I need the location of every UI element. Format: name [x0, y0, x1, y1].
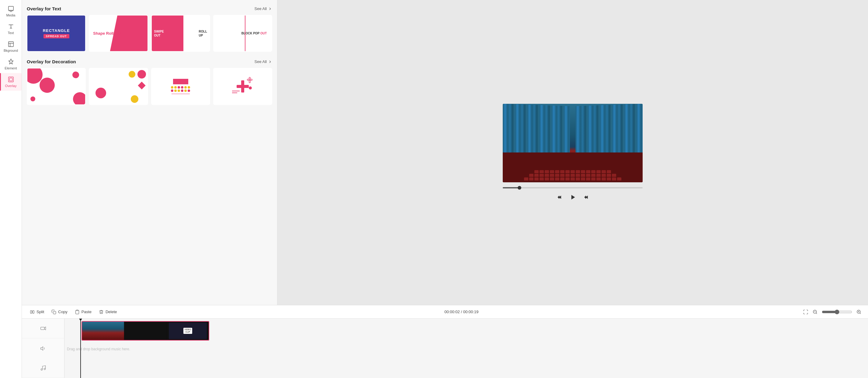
- copy-button[interactable]: Copy: [49, 308, 70, 316]
- seat: [539, 174, 544, 177]
- svg-rect-23: [40, 327, 44, 329]
- overlay-card-shape[interactable]: Shape Roll Out: [89, 15, 148, 52]
- zoom-in-button[interactable]: [855, 308, 863, 316]
- svg-rect-3: [9, 78, 12, 81]
- seat: [534, 170, 538, 173]
- card-rect-title: RECTANGLE: [43, 28, 70, 33]
- play-button[interactable]: [569, 193, 577, 201]
- media-icon: [8, 5, 14, 12]
- seat: [591, 174, 595, 177]
- text-icon: [8, 23, 14, 30]
- video-preview: [503, 104, 643, 183]
- zoom-in-icon: [857, 310, 861, 314]
- seat: [565, 174, 570, 177]
- seat: [565, 177, 570, 180]
- deco4-svg: [230, 76, 255, 97]
- sidebar-item-overlay[interactable]: Overlay: [0, 73, 22, 91]
- svg-rect-1: [8, 42, 13, 47]
- svg-rect-5: [237, 85, 249, 88]
- video-track[interactable]: VIDEOCLIP: [82, 321, 209, 341]
- deco2-diamond: [138, 82, 145, 89]
- delete-icon: [99, 310, 104, 314]
- fast-forward-button[interactable]: [583, 194, 589, 200]
- seat: [596, 170, 601, 173]
- overlay-icon: [8, 76, 14, 83]
- sidebar-item-element[interactable]: Element: [0, 55, 22, 73]
- rewind-button[interactable]: [557, 194, 563, 200]
- svg-point-10: [249, 86, 252, 89]
- fast-forward-icon: [583, 194, 589, 200]
- overlay-card-swipe[interactable]: SWIPEOUT ROLLUP: [151, 15, 210, 52]
- deco-circle-2: [39, 78, 55, 93]
- zoom-slider[interactable]: [822, 310, 852, 314]
- progress-bar[interactable]: [503, 187, 643, 188]
- deco-circle-5: [30, 96, 35, 101]
- overlay-text-header: Overlay for Text See All: [27, 6, 272, 11]
- seat: [570, 177, 575, 180]
- sidebar-item-media[interactable]: Media: [0, 2, 22, 20]
- seat: [555, 177, 559, 180]
- seat: [550, 177, 554, 180]
- main-area: Overlay for Text See All RECTANGLE SPREA…: [22, 0, 868, 378]
- seat: [607, 170, 611, 173]
- seat: [550, 174, 554, 177]
- split-label: Split: [36, 310, 44, 314]
- zoom-out-button[interactable]: [811, 308, 819, 316]
- seat: [601, 170, 606, 173]
- progress-knob[interactable]: [518, 186, 521, 190]
- copy-icon: [52, 310, 56, 314]
- overlay-deco-card-4[interactable]: [213, 68, 272, 105]
- sidebar-item-text[interactable]: Text: [0, 20, 22, 38]
- card-swipe-content: SWIPEOUT ROLLUP: [152, 16, 210, 51]
- fit-button[interactable]: [803, 309, 808, 315]
- card-block-content: BLOCK POP OUT: [214, 16, 272, 51]
- seat: [612, 177, 616, 180]
- deco3-line: [172, 94, 190, 94]
- seat: [550, 170, 554, 173]
- card-swipe-text2: ROLLUP: [199, 30, 207, 37]
- overlay-deco-card-2[interactable]: [89, 68, 148, 105]
- playhead: [80, 319, 81, 378]
- seats-area: [503, 152, 643, 182]
- deco-card-4-content: [214, 68, 272, 104]
- sidebar-item-label: Overlay: [5, 84, 17, 88]
- seat: [581, 170, 585, 173]
- seat: [617, 177, 621, 180]
- sidebar-item-bkground[interactable]: Bkground: [0, 38, 22, 55]
- zoom-controls: [803, 308, 863, 316]
- overlay-deco-card-3[interactable]: [151, 68, 210, 105]
- seat: [545, 174, 549, 177]
- overlay-deco-card-1[interactable]: [27, 68, 86, 105]
- seats-row-2: [503, 174, 643, 177]
- paste-icon: [75, 310, 80, 314]
- seat: [581, 177, 585, 180]
- see-all-deco-button[interactable]: See All: [254, 59, 272, 64]
- paste-button[interactable]: Paste: [72, 308, 95, 316]
- time-sep: /: [461, 310, 463, 314]
- seat: [596, 177, 601, 180]
- overlay-card-rectangle[interactable]: RECTANGLE SPREAD OUT: [27, 15, 86, 52]
- curtain-left: [503, 104, 570, 152]
- split-button[interactable]: Split: [27, 308, 47, 316]
- track-content: VIDEOCLIP Drag and drop background music…: [64, 319, 868, 378]
- zoom-out-icon: [813, 310, 817, 314]
- seats-row-3: [503, 177, 643, 180]
- playhead-triangle: [79, 319, 83, 321]
- seats-row-1: [503, 170, 643, 173]
- video-thumb-2: [124, 321, 167, 341]
- seat: [576, 177, 580, 180]
- curtain-area: [503, 104, 643, 152]
- seat: [601, 174, 606, 177]
- video-thumb-3: VIDEOCLIP: [167, 321, 209, 341]
- delete-button[interactable]: Delete: [96, 308, 120, 316]
- see-all-text-button[interactable]: See All: [254, 6, 272, 11]
- overlay-card-block[interactable]: BLOCK POP OUT: [213, 15, 272, 52]
- timeline-toolbar: Split Copy Paste: [22, 305, 868, 319]
- sidebar-item-label: Text: [8, 31, 14, 35]
- deco-circle-3: [72, 71, 79, 78]
- track-labels: [22, 319, 64, 378]
- theater-background: [503, 104, 643, 183]
- svg-rect-0: [8, 6, 13, 10]
- time-display: 00:00:02 / 00:00:19: [444, 310, 478, 314]
- seat: [555, 174, 559, 177]
